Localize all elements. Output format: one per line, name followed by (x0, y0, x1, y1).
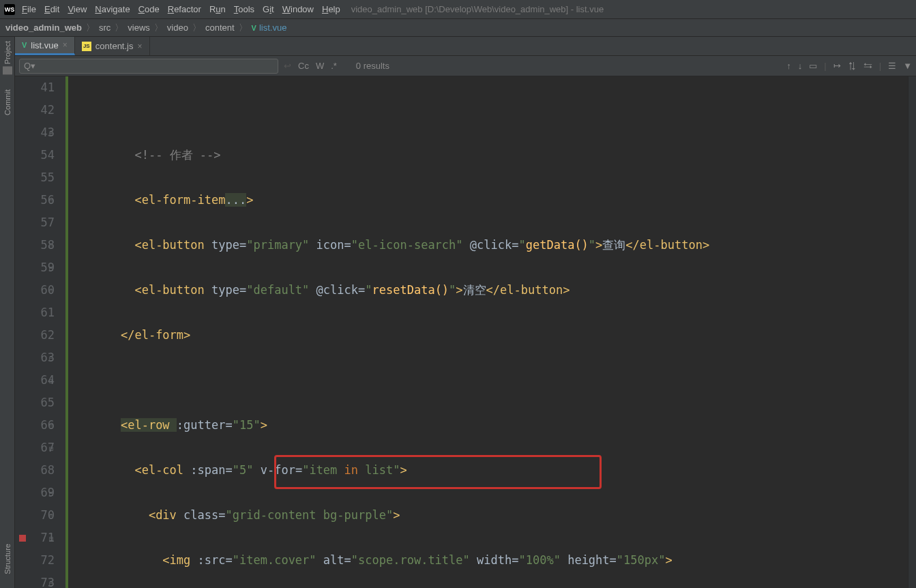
line-number: 68 (15, 459, 55, 482)
line-number: 67⊟ (15, 437, 55, 459)
menu-tools[interactable]: Tools (234, 4, 254, 14)
fold-collapse-icon[interactable]: ⊟ (49, 572, 53, 588)
tab-label: list.vue (31, 40, 58, 50)
line-number: 57 (15, 211, 55, 234)
menu-help[interactable]: Help (322, 4, 340, 14)
line-number: 66⊟ (15, 414, 55, 437)
fold-collapse-icon[interactable]: ⊟ (49, 437, 53, 459)
line-number: 70⊟ (15, 504, 55, 527)
search-icon: Q▾ (24, 61, 35, 71)
remove-selection-icon[interactable]: ⮀ (863, 61, 872, 71)
line-number: 43⊞ (15, 121, 55, 144)
fold-collapse-icon[interactable]: ⊟ (49, 414, 53, 437)
menu-refactor[interactable]: Refactor (168, 4, 201, 14)
words-toggle[interactable]: W (316, 61, 324, 71)
commit-tool[interactable]: Commit (3, 89, 12, 115)
find-bar: Q▾ ↩ Cc W .* 0 results ↑ ↓ ▭ | ↦ ⮁ ⮀ | ☰… (15, 56, 916, 76)
menu-edit[interactable]: Edit (44, 4, 59, 14)
tab-content-js[interactable]: JS content.js × (75, 37, 150, 55)
up-arrow-icon[interactable]: ↑ (786, 61, 791, 71)
line-number-gutter: 41 42 43⊞ 54 55 56⊟ 57 58⊟ 59⊟ 60⊟ 61 62… (15, 76, 68, 588)
project-tool[interactable]: Project (3, 41, 12, 76)
chevron-right-icon: 〉 (154, 22, 163, 34)
line-number: 54 (15, 144, 55, 166)
prev-occurrence-icon[interactable]: ↩ (284, 61, 291, 71)
down-arrow-icon[interactable]: ↓ (798, 61, 803, 71)
vue-icon: V (22, 41, 27, 49)
js-icon: JS (82, 42, 91, 51)
line-number: 60⊟ (15, 279, 55, 302)
fold-collapse-icon[interactable]: ⊟ (49, 504, 53, 527)
tab-label: content.js (95, 41, 134, 51)
line-number: 73⊟ (15, 572, 55, 588)
fold-collapse-icon[interactable]: ⊟ (49, 256, 53, 279)
settings-icon[interactable]: ☰ (888, 61, 896, 71)
line-number: 41 (15, 76, 55, 99)
menu-file[interactable]: File (22, 4, 36, 14)
main-area: Project Commit Structure V list.vue × JS… (0, 37, 916, 588)
app-icon: WS (4, 4, 15, 15)
fold-collapse-icon[interactable]: ⊟ (49, 234, 53, 256)
menu-navigate[interactable]: Navigate (95, 4, 130, 14)
navigation-breadcrumb: video_admin_web 〉 src 〉 views 〉 video 〉 … (0, 19, 916, 37)
regex-toggle[interactable]: .* (331, 61, 337, 71)
tab-list-vue[interactable]: V list.vue × (15, 37, 75, 55)
line-number: 59⊟ (15, 256, 55, 279)
chevron-right-icon: 〉 (192, 22, 201, 34)
chevron-right-icon: 〉 (115, 22, 123, 34)
close-icon[interactable]: × (63, 40, 68, 50)
line-number: 58⊟ (15, 234, 55, 256)
folder-icon (3, 66, 12, 74)
structure-tool[interactable]: Structure (3, 544, 12, 574)
main-menu: File Edit View Navigate Code Refactor Ru… (22, 4, 340, 14)
line-number: 72 (15, 549, 55, 572)
menu-view[interactable]: View (68, 4, 87, 14)
fold-collapse-icon[interactable]: ⊟ (49, 482, 53, 504)
find-results-count: 0 results (356, 61, 389, 71)
bookmark-icon[interactable] (19, 535, 26, 542)
fold-collapse-icon[interactable]: ⊟ (49, 347, 53, 369)
breadcrumb-file[interactable]: V list.vue (252, 23, 287, 33)
line-number: 71⊟ (15, 527, 55, 549)
line-number: 64⊟ (15, 369, 55, 392)
vue-icon: V (252, 24, 256, 32)
match-case-toggle[interactable]: Cc (298, 61, 309, 71)
line-number: 42 (15, 99, 55, 121)
window-title: video_admin_web [D:\Develop\Web\video_ad… (351, 4, 604, 14)
editor-tabs: V list.vue × JS content.js × (15, 37, 916, 56)
chevron-right-icon: 〉 (86, 22, 95, 34)
select-all-icon[interactable]: ▭ (809, 61, 817, 71)
editor-region: V list.vue × JS content.js × Q▾ ↩ Cc W .… (15, 37, 916, 588)
fold-expand-icon[interactable]: ⊞ (49, 121, 53, 144)
fold-collapse-icon[interactable]: ⊟ (49, 189, 53, 211)
line-number: 55 (15, 166, 55, 189)
line-number: 63⊟ (15, 347, 55, 369)
fold-collapse-icon[interactable]: ⊟ (49, 527, 53, 549)
code-editor[interactable]: 41 42 43⊞ 54 55 56⊟ 57 58⊟ 59⊟ 60⊟ 61 62… (15, 76, 916, 588)
breadcrumb-src[interactable]: src (99, 23, 110, 33)
line-number: 61 (15, 302, 55, 324)
menu-run[interactable]: Run (209, 4, 226, 14)
select-all-occurrences-icon[interactable]: ⮁ (848, 61, 857, 71)
menu-git[interactable]: Git (263, 4, 274, 14)
breadcrumb-video[interactable]: video (167, 23, 188, 33)
fold-collapse-icon[interactable]: ⊟ (49, 369, 53, 392)
menu-window[interactable]: Window (282, 4, 314, 14)
code-content[interactable]: <!-- 作者 --> <el-form-item...> <el-button… (68, 76, 908, 588)
breadcrumb-content[interactable]: content (205, 23, 235, 33)
close-icon[interactable]: × (137, 42, 142, 51)
menu-code[interactable]: Code (138, 4, 160, 14)
breadcrumb-views[interactable]: views (128, 23, 150, 33)
line-number: 56⊟ (15, 189, 55, 211)
line-number: 62 (15, 324, 55, 347)
titlebar: WS File Edit View Navigate Code Refactor… (0, 0, 916, 19)
find-input[interactable]: Q▾ (19, 59, 278, 74)
line-number: 65 (15, 392, 55, 414)
filter-icon[interactable]: ▼ (903, 61, 912, 71)
right-marker-strip[interactable] (908, 76, 916, 588)
breadcrumb-root[interactable]: video_admin_web (5, 23, 82, 33)
fold-collapse-icon[interactable]: ⊟ (49, 279, 53, 302)
add-selection-icon[interactable]: ↦ (833, 61, 841, 71)
left-tool-strip: Project Commit Structure (0, 37, 15, 588)
line-number: 69⊟ (15, 482, 55, 504)
